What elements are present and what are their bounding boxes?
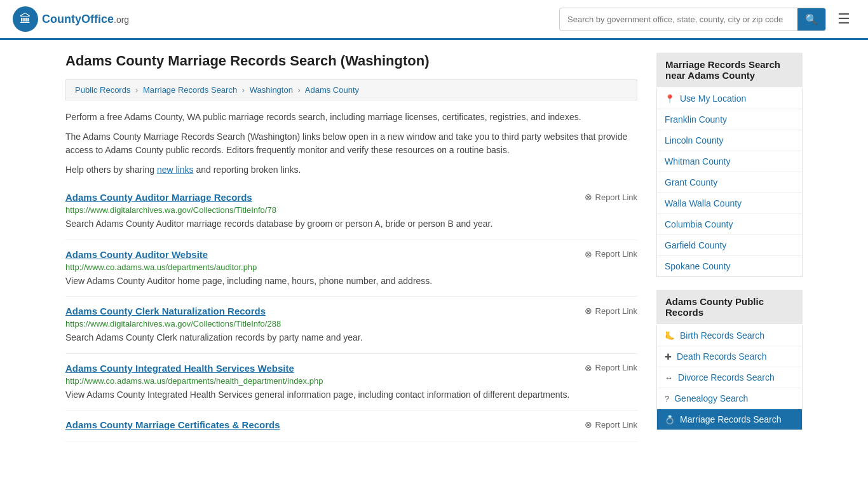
- breadcrumb-marriage-records[interactable]: Marriage Records Search: [143, 85, 237, 95]
- report-label: Report Link: [595, 306, 637, 316]
- report-label: Report Link: [595, 249, 637, 259]
- menu-button[interactable]: ☰: [832, 8, 855, 30]
- nearby-label: Lincoln County: [665, 135, 724, 146]
- public-records-icon: 💍: [665, 415, 675, 424]
- public-records-icon: 🦶: [665, 331, 675, 341]
- result-title[interactable]: Adams County Integrated Health Services …: [65, 363, 294, 374]
- nearby-icon: 📍: [665, 94, 675, 104]
- nearby-section: Marriage Records Search near Adams Count…: [656, 53, 803, 277]
- nearby-link[interactable]: Columbia County: [657, 214, 802, 234]
- public-records-label: Marriage Records Search: [680, 414, 782, 424]
- page-title: Adams County Marriage Records Search (Wa…: [65, 53, 637, 69]
- nearby-label: Grant County: [665, 177, 717, 187]
- content-area: Adams County Marriage Records Search (Wa…: [65, 53, 637, 443]
- result-entry: Adams County Auditor Marriage Records ⊗ …: [65, 183, 637, 240]
- result-desc: View Adams County Integrated Health Serv…: [65, 389, 637, 402]
- result-header: Adams County Clerk Naturalization Record…: [65, 306, 637, 316]
- result-title[interactable]: Adams County Clerk Naturalization Record…: [65, 306, 266, 316]
- report-icon: ⊗: [585, 249, 592, 259]
- description-p2: The Adams County Marriage Records Search…: [65, 130, 637, 157]
- public-records-section: Adams County Public Records 🦶 Birth Reco…: [656, 290, 803, 430]
- breadcrumb-adams-county[interactable]: Adams County: [305, 85, 359, 95]
- site-header: 🏛 CountyOffice.org 🔍 ☰: [0, 0, 868, 40]
- result-desc: Search Adams County Auditor marriage rec…: [65, 218, 637, 231]
- public-records-link[interactable]: ✚ Death Records Search: [657, 346, 802, 367]
- nearby-label: Whitman County: [665, 156, 730, 166]
- results-container: Adams County Auditor Marriage Records ⊗ …: [65, 183, 637, 442]
- result-title[interactable]: Adams County Auditor Website: [65, 249, 208, 260]
- nearby-label: Spokane County: [665, 261, 731, 271]
- public-records-list-item: 💍 Marriage Records Search: [657, 409, 802, 430]
- report-icon: ⊗: [585, 419, 592, 430]
- report-label: Report Link: [595, 193, 637, 202]
- search-bar: 🔍: [559, 8, 826, 31]
- description-p3: Help others by sharing new links and rep…: [65, 163, 637, 177]
- result-url: https://www.digitalarchives.wa.gov/Colle…: [65, 319, 637, 329]
- public-records-icon: ✚: [665, 352, 672, 362]
- public-records-icon: ?: [665, 394, 669, 403]
- result-desc: Search Adams County Clerk naturalization…: [65, 332, 637, 344]
- nearby-label: Walla Walla County: [665, 198, 742, 208]
- breadcrumb-public-records[interactable]: Public Records: [75, 85, 130, 95]
- nearby-link[interactable]: Grant County: [657, 172, 802, 193]
- public-records-link[interactable]: ? Genealogy Search: [657, 388, 802, 409]
- public-records-label: Genealogy Search: [674, 393, 748, 403]
- nearby-link[interactable]: Franklin County: [657, 109, 802, 130]
- nearby-list-item: 📍 Use My Location: [657, 88, 802, 109]
- report-link[interactable]: ⊗ Report Link: [585, 192, 637, 202]
- nearby-link[interactable]: Lincoln County: [657, 130, 802, 151]
- logo-text: CountyOffice.org: [42, 13, 129, 26]
- public-records-link[interactable]: 💍 Marriage Records Search: [657, 409, 802, 430]
- public-records-heading: Adams County Public Records: [656, 290, 803, 324]
- nearby-list-item: Lincoln County: [657, 130, 802, 151]
- public-records-link[interactable]: 🦶 Birth Records Search: [657, 325, 802, 346]
- nearby-link[interactable]: Walla Walla County: [657, 193, 802, 214]
- search-button[interactable]: 🔍: [797, 8, 825, 30]
- nearby-list-item: Columbia County: [657, 214, 802, 235]
- public-records-list-item: 🦶 Birth Records Search: [657, 325, 802, 346]
- result-url: https://www.digitalarchives.wa.gov/Colle…: [65, 205, 637, 215]
- nearby-list-item: Franklin County: [657, 109, 802, 130]
- breadcrumb-washington[interactable]: Washington: [250, 85, 293, 95]
- public-records-icon: ↔: [665, 373, 673, 383]
- report-icon: ⊗: [585, 306, 592, 316]
- public-records-list-item: ? Genealogy Search: [657, 388, 802, 409]
- result-header: Adams County Integrated Health Services …: [65, 363, 637, 374]
- result-title[interactable]: Adams County Auditor Marriage Records: [65, 192, 252, 203]
- new-links-link[interactable]: new links: [157, 165, 194, 175]
- result-header: Adams County Auditor Website ⊗ Report Li…: [65, 249, 637, 260]
- result-url: http://www.co.adams.wa.us/departments/he…: [65, 376, 637, 386]
- result-header: Adams County Marriage Certificates & Rec…: [65, 419, 637, 430]
- public-records-label: Divorce Records Search: [678, 372, 775, 383]
- result-entry: Adams County Auditor Website ⊗ Report Li…: [65, 240, 637, 297]
- nearby-label: Use My Location: [680, 93, 746, 104]
- nearby-link[interactable]: 📍 Use My Location: [657, 88, 802, 109]
- public-records-label: Death Records Search: [677, 351, 767, 362]
- report-icon: ⊗: [585, 363, 592, 373]
- search-input[interactable]: [560, 10, 797, 29]
- nearby-list-item: Whitman County: [657, 151, 802, 172]
- result-title[interactable]: Adams County Marriage Certificates & Rec…: [65, 419, 280, 430]
- report-link[interactable]: ⊗ Report Link: [585, 249, 637, 259]
- nearby-list-item: Walla Walla County: [657, 193, 802, 214]
- nearby-label: Franklin County: [665, 114, 727, 125]
- report-link[interactable]: ⊗ Report Link: [585, 363, 637, 373]
- result-entry: Adams County Clerk Naturalization Record…: [65, 297, 637, 354]
- report-icon: ⊗: [585, 192, 592, 202]
- public-records-link[interactable]: ↔ Divorce Records Search: [657, 367, 802, 388]
- public-records-label: Birth Records Search: [680, 330, 764, 341]
- report-link[interactable]: ⊗ Report Link: [585, 419, 637, 430]
- result-desc: View Adams County Auditor home page, inc…: [65, 275, 637, 288]
- nearby-link[interactable]: Garfield County: [657, 235, 802, 255]
- description-p1: Perform a free Adams County, WA public m…: [65, 111, 637, 124]
- nearby-link[interactable]: Whitman County: [657, 151, 802, 172]
- sidebar: Marriage Records Search near Adams Count…: [656, 53, 803, 443]
- report-label: Report Link: [595, 420, 637, 430]
- logo-icon: 🏛: [13, 6, 38, 32]
- logo-area: 🏛 CountyOffice.org: [13, 6, 129, 32]
- nearby-list: 📍 Use My Location Franklin County Lincol…: [656, 88, 803, 277]
- nearby-label: Columbia County: [665, 219, 733, 229]
- public-records-list: 🦶 Birth Records Search ✚ Death Records S…: [656, 325, 803, 430]
- nearby-link[interactable]: Spokane County: [657, 256, 802, 276]
- report-link[interactable]: ⊗ Report Link: [585, 306, 637, 316]
